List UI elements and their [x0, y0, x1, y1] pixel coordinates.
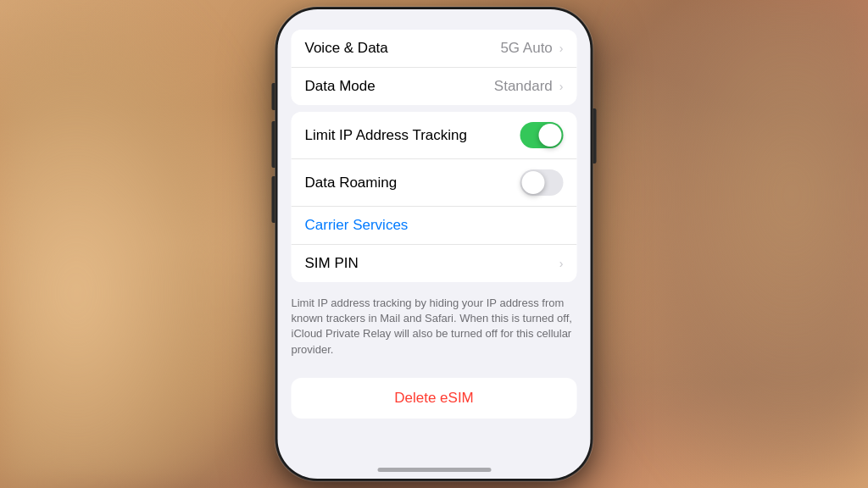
bg-left-blur [0, 0, 254, 488]
screen-content: Voice & Data 5G Auto › Data Mode Standar… [278, 9, 591, 479]
limit-ip-toggle[interactable] [520, 122, 564, 148]
phone-container: Voice & Data 5G Auto › Data Mode Standar… [275, 7, 593, 481]
data-roaming-row[interactable]: Data Roaming [292, 159, 577, 207]
sim-pin-row[interactable]: SIM PIN › [292, 245, 577, 282]
voice-data-value: 5G Auto [500, 40, 552, 57]
delete-esim-group: Delete eSIM [292, 378, 577, 419]
limit-ip-label: Limit IP Address Tracking [305, 127, 468, 144]
power-button [593, 108, 597, 164]
sim-pin-chevron-icon: › [559, 257, 564, 270]
carrier-services-row[interactable]: Carrier Services [292, 207, 577, 245]
data-mode-value-container: Standard › [494, 78, 564, 95]
settings-group-network: Voice & Data 5G Auto › Data Mode Standar… [292, 30, 577, 105]
limit-ip-toggle-knob [539, 124, 562, 147]
data-mode-chevron-icon: › [559, 80, 564, 93]
carrier-services-link[interactable]: Carrier Services [305, 217, 409, 234]
voice-data-label: Voice & Data [305, 40, 388, 57]
home-indicator [377, 468, 491, 472]
volume-up-button [272, 121, 275, 168]
delete-esim-row[interactable]: Delete eSIM [292, 378, 577, 419]
voice-data-row[interactable]: Voice & Data 5G Auto › [292, 30, 577, 68]
data-mode-row[interactable]: Data Mode Standard › [292, 68, 577, 105]
volume-down-button [272, 176, 275, 223]
data-roaming-toggle[interactable] [520, 169, 564, 196]
voice-data-value-container: 5G Auto › [500, 40, 563, 57]
data-mode-label: Data Mode [305, 78, 376, 95]
info-text: Limit IP address tracking by hiding your… [278, 289, 591, 371]
sim-pin-value-container: › [558, 257, 564, 270]
data-roaming-toggle-knob [522, 171, 545, 194]
delete-esim-label: Delete eSIM [394, 390, 474, 407]
voice-data-chevron-icon: › [559, 42, 564, 55]
data-mode-value: Standard [494, 78, 553, 95]
data-roaming-label: Data Roaming [305, 175, 398, 191]
mute-button [272, 83, 275, 110]
bg-right-blur [614, 0, 868, 488]
sim-pin-label: SIM PIN [305, 255, 359, 272]
settings-group-privacy: Limit IP Address Tracking Data Roaming [292, 112, 577, 282]
limit-ip-row[interactable]: Limit IP Address Tracking [292, 112, 577, 159]
phone-frame: Voice & Data 5G Auto › Data Mode Standar… [275, 7, 593, 481]
scroll-area: Voice & Data 5G Auto › Data Mode Standar… [278, 9, 591, 479]
phone-screen: Voice & Data 5G Auto › Data Mode Standar… [278, 9, 591, 479]
